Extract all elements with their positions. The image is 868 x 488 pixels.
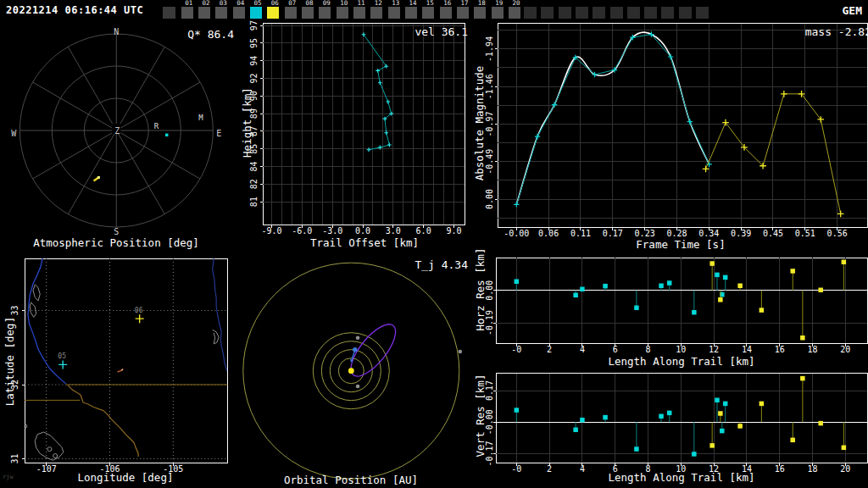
annotation-R: R — [154, 122, 159, 130]
svg-text:31: 31 — [10, 453, 19, 463]
frame-box-blank[interactable] — [541, 7, 554, 19]
frame-number-07: 07 — [288, 0, 296, 7]
svg-text:3.0: 3.0 — [386, 226, 401, 236]
meteor-streak-station-06 — [94, 176, 100, 181]
frame-box-18[interactable] — [474, 7, 486, 19]
frame-box-blank[interactable] — [644, 7, 657, 19]
svg-text:0.06: 0.06 — [538, 229, 559, 238]
orbit-caption: Orbital Position [AU] — [224, 474, 478, 486]
frame-box-blank[interactable] — [610, 7, 623, 19]
frame-number-18: 18 — [478, 0, 486, 7]
app-window: NSEWZRM-9.0-6.0-3.00.03.06.09.0979594929… — [0, 0, 868, 488]
frame-box-14[interactable] — [405, 7, 417, 19]
map-station-06: 06 — [135, 307, 144, 323]
frame-number-20: 20 — [512, 0, 520, 7]
svg-text:0.45: 0.45 — [763, 229, 783, 238]
frame-box-06[interactable] — [267, 7, 279, 19]
trail-ylabel: Height [km] — [241, 30, 253, 216]
svg-text:0.17: 0.17 — [603, 229, 623, 238]
magnitude-panel — [498, 24, 867, 228]
svg-text:-0: -0 — [511, 464, 521, 474]
frame-box-blank[interactable] — [661, 7, 674, 19]
magnitude-ticks: -0.000.060.110.170.230.280.340.390.450.5… — [485, 36, 848, 238]
frame-box-04[interactable] — [233, 7, 245, 19]
horz-res-panel-grid — [496, 258, 867, 343]
svg-text:0.0: 0.0 — [355, 226, 370, 236]
frame-box-07[interactable] — [285, 7, 297, 19]
svg-text:2: 2 — [547, 345, 552, 354]
svg-text:0.28: 0.28 — [666, 229, 687, 238]
frame-box-blank[interactable] — [576, 7, 588, 19]
frame-number-11: 11 — [358, 0, 365, 7]
atmospheric-caption: Atmospheric Position [deg] — [0, 236, 243, 249]
frame-box-03[interactable] — [215, 7, 227, 19]
svg-text:-1.46: -1.46 — [485, 74, 494, 99]
frame-number-06: 06 — [271, 0, 279, 7]
frame-box-20[interactable] — [509, 7, 520, 19]
map-station-05: 05 — [58, 352, 67, 369]
frame-box-19[interactable] — [492, 7, 504, 19]
frame-box-10[interactable] — [337, 7, 348, 19]
frame-number-03: 03 — [220, 0, 227, 7]
frame-number-09: 09 — [323, 0, 331, 7]
frame-box-01[interactable] — [181, 7, 193, 19]
frame-number-10: 10 — [340, 0, 348, 7]
svg-text:E: E — [216, 129, 221, 138]
frame-box-blank[interactable] — [593, 7, 605, 19]
ground-map-panel — [25, 258, 227, 463]
frame-box-blank[interactable] — [696, 7, 709, 19]
svg-text:-0.19: -0.19 — [485, 310, 494, 336]
svg-text:-1.94: -1.94 — [485, 36, 494, 62]
magnitude-grid — [498, 24, 867, 228]
frame-box-blank[interactable] — [679, 7, 692, 19]
watermark: rjw — [3, 474, 14, 480]
frame-box-11[interactable] — [353, 7, 365, 19]
frame-box-09[interactable] — [319, 7, 331, 19]
frame-box-12[interactable] — [370, 7, 382, 19]
svg-text:9.0: 9.0 — [446, 226, 461, 236]
svg-text:0.00: 0.00 — [485, 280, 494, 301]
trail-ticks: -9.0-6.0-3.00.03.06.09.09795949290898785… — [249, 20, 461, 235]
magnitude-ylabel: Absolute Magnitude — [473, 30, 486, 217]
horz-res-panel-series-station-06 — [709, 259, 846, 340]
frame-box-16[interactable] — [440, 7, 452, 19]
horz-res-panel-ticks: -024681012141618200.00-0.19 — [485, 280, 850, 354]
svg-text:20: 20 — [840, 464, 850, 474]
svg-text:20: 20 — [840, 345, 850, 354]
frame-box-blank[interactable] — [559, 7, 571, 19]
vert-res-panel-series-station-05 — [515, 397, 728, 456]
horz-res-panel-series-station-05 — [515, 273, 728, 315]
trail-series-station-05 — [362, 32, 394, 152]
trail-offset-panel — [263, 24, 465, 225]
trail-grid — [263, 24, 465, 225]
svg-text:14: 14 — [742, 345, 752, 354]
svg-text:M: M — [198, 114, 203, 122]
frame-box-blank[interactable] — [524, 7, 537, 19]
timestamp: 20221214 06:16:44 UTC — [6, 4, 143, 16]
svg-text:-0.97: -0.97 — [485, 111, 494, 136]
frame-box-13[interactable] — [388, 7, 400, 19]
frame-box-blank[interactable] — [627, 7, 640, 19]
svg-text:S: S — [114, 227, 119, 236]
frame-box-02[interactable] — [198, 7, 210, 19]
frame-number-16: 16 — [443, 0, 451, 7]
frame-box-08[interactable] — [302, 7, 314, 19]
annotation-M: M — [198, 114, 203, 122]
frame-box-blank[interactable] — [163, 7, 175, 19]
sun-dot — [348, 368, 354, 374]
horz-res-panel — [496, 258, 867, 343]
shower-code-badge: GEM — [843, 4, 862, 17]
frame-box-05[interactable] — [250, 7, 262, 19]
vert-res-ylabel: Vert Res [km] — [474, 323, 487, 488]
svg-text:18: 18 — [807, 345, 817, 354]
svg-text:0.34: 0.34 — [698, 229, 719, 238]
svg-text:0.56: 0.56 — [827, 229, 848, 238]
frame-box-17[interactable] — [457, 7, 469, 19]
q-star-stat: Q* 86.4 — [107, 28, 234, 41]
svg-text:0.51: 0.51 — [795, 229, 815, 238]
frame-number-15: 15 — [426, 0, 434, 7]
frame-box-15[interactable] — [422, 7, 434, 19]
frame-number-08: 08 — [306, 0, 314, 7]
svg-text:0.17: 0.17 — [485, 380, 494, 401]
trail-xlabel: Trail Offset [km] — [237, 236, 492, 249]
